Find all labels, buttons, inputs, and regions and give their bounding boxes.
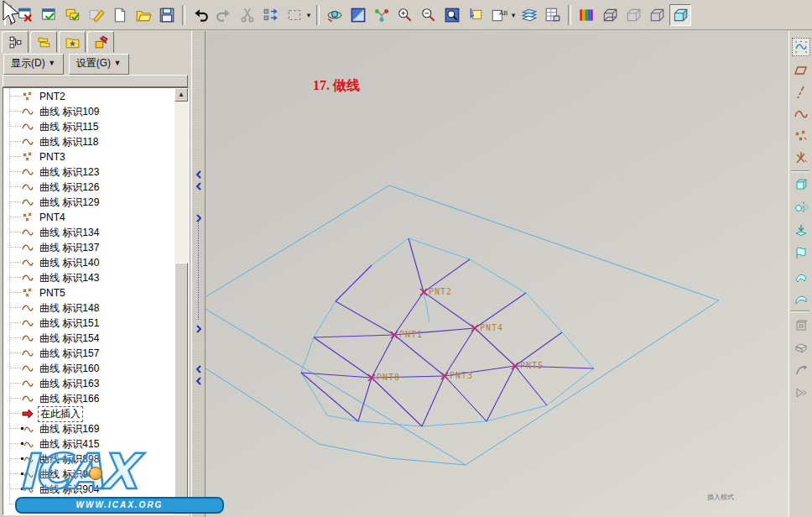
hidden-line-display-button[interactable] bbox=[622, 4, 644, 26]
tree-item[interactable]: PNT2 bbox=[3, 89, 169, 104]
zoom-out-button[interactable] bbox=[418, 4, 440, 26]
tree-item[interactable]: 曲线 标识134 bbox=[3, 225, 169, 240]
select-items-button[interactable] bbox=[284, 4, 305, 26]
spin-center-button[interactable] bbox=[324, 4, 346, 26]
tree-item[interactable]: 曲线 标识901 bbox=[3, 467, 169, 482]
tree-item[interactable]: 曲线 标识123 bbox=[3, 164, 169, 180]
shaded-display-button[interactable] bbox=[669, 4, 691, 26]
view-manager-button[interactable] bbox=[542, 4, 564, 26]
folders-check-icon bbox=[65, 7, 81, 24]
style-surface-tool-button[interactable] bbox=[792, 289, 810, 307]
collapse-left-icon[interactable] bbox=[195, 179, 203, 187]
tree-item[interactable]: LOCAL_GROUP_1 bbox=[3, 497, 169, 512]
collapse-left-icon[interactable] bbox=[195, 167, 203, 175]
datum-plane-button[interactable] bbox=[792, 61, 810, 80]
curve-through-points-button[interactable] bbox=[792, 38, 810, 56]
tab-model-tree[interactable] bbox=[2, 31, 29, 53]
tree-item[interactable]: 曲线 标识126 bbox=[3, 180, 169, 195]
tree-item[interactable]: 曲线 标识140 bbox=[3, 255, 169, 270]
layers-button[interactable] bbox=[518, 4, 540, 26]
tree-item[interactable]: 曲线 标识129 bbox=[3, 195, 169, 210]
sash-drag-track[interactable] bbox=[198, 219, 200, 320]
coordinate-system-button[interactable] bbox=[792, 149, 810, 167]
annotations-button[interactable]: AB bbox=[488, 4, 510, 26]
undo-button[interactable] bbox=[190, 4, 211, 26]
tree-item[interactable]: 曲线 标识163 bbox=[3, 376, 169, 391]
shade-view-button[interactable] bbox=[347, 4, 369, 26]
panel-splitter-sash[interactable] bbox=[191, 31, 206, 517]
save-file-button[interactable] bbox=[156, 4, 178, 26]
cut-button[interactable] bbox=[237, 4, 258, 26]
datum-point-button[interactable] bbox=[792, 127, 810, 145]
datum-point-marker-pnt5[interactable]: PNT5 bbox=[512, 361, 544, 370]
no-hidden-display-button[interactable] bbox=[646, 4, 668, 26]
open-file-button[interactable] bbox=[133, 4, 154, 26]
scroll-up-button[interactable]: ▲ bbox=[174, 88, 188, 102]
reorient-view-button[interactable] bbox=[465, 4, 487, 26]
tree-item[interactable]: PNT3 bbox=[3, 149, 169, 164]
tab-folder-browser[interactable] bbox=[30, 31, 57, 53]
erase-not-displayed-button[interactable] bbox=[86, 4, 107, 26]
boundary-surface-tool-button[interactable] bbox=[792, 266, 810, 285]
expand-right-icon[interactable] bbox=[195, 211, 203, 219]
scrollbar-thumb[interactable] bbox=[174, 263, 188, 498]
set-working-directory-button[interactable] bbox=[62, 4, 84, 26]
show-button[interactable]: 显示(D) ▼ bbox=[3, 54, 64, 75]
tree-item[interactable]: 曲线 标识898 bbox=[3, 452, 169, 467]
datum-point-icon bbox=[21, 211, 35, 224]
scrollbar-track[interactable] bbox=[174, 102, 188, 263]
tree-item[interactable]: 曲线 标识169 bbox=[3, 421, 169, 436]
tree-item[interactable]: 曲线 标识115 bbox=[3, 119, 169, 134]
refit-view-button[interactable] bbox=[441, 4, 463, 26]
collapse-left-icon[interactable] bbox=[195, 362, 203, 370]
tree-vertical-scrollbar[interactable]: ▲ ▼ bbox=[174, 88, 188, 514]
revolve-tool-button[interactable] bbox=[792, 198, 810, 217]
settings-button[interactable]: 设置(G) ▼ bbox=[69, 54, 129, 75]
paste-special-button[interactable] bbox=[260, 4, 282, 26]
redo-button[interactable] bbox=[213, 4, 235, 26]
datum-point-marker-pnt2[interactable]: PNT2 bbox=[420, 287, 452, 296]
warp-tool-button[interactable] bbox=[792, 361, 810, 379]
sweep-tool-button[interactable] bbox=[792, 221, 810, 239]
zoom-in-button[interactable] bbox=[394, 4, 416, 26]
expand-right-icon[interactable] bbox=[195, 321, 203, 330]
solidify-tool-button[interactable] bbox=[792, 338, 810, 357]
tree-item[interactable]: 曲线 标识137 bbox=[3, 240, 169, 255]
blend-tool-button[interactable] bbox=[792, 243, 810, 262]
tree-item[interactable]: 曲线 标识904 bbox=[3, 482, 169, 497]
tree-item[interactable]: 曲线 标识151 bbox=[3, 316, 169, 331]
graphics-viewport[interactable]: PNT0PNT1PNT2PNT3PNT4PNT5 17. 做线 插入模式 bbox=[206, 31, 789, 517]
tree-item-label: 曲线 标识115 bbox=[38, 120, 100, 134]
chevron-down-icon[interactable]: ▾ bbox=[509, 11, 518, 19]
scroll-down-button[interactable]: ▼ bbox=[174, 498, 188, 511]
tree-item[interactable]: 曲线 标识143 bbox=[3, 270, 169, 285]
open-window-button[interactable] bbox=[39, 4, 60, 26]
datum-axis-button[interactable] bbox=[792, 83, 810, 102]
tree-item[interactable]: 曲线 标识166 bbox=[3, 391, 169, 406]
tree-item[interactable]: PNT4 bbox=[3, 210, 169, 225]
datum-point-marker-pnt4[interactable]: PNT4 bbox=[471, 323, 503, 332]
tab-favorites[interactable] bbox=[59, 31, 86, 53]
tree-item[interactable]: 曲线 标识157 bbox=[3, 346, 169, 361]
sketch-curve-button[interactable] bbox=[792, 105, 810, 123]
tree-item[interactable]: 曲线 标识109 bbox=[3, 104, 169, 119]
tab-connections[interactable] bbox=[87, 31, 114, 53]
tree-item[interactable]: 曲线 标识415 bbox=[3, 436, 169, 452]
tree-item[interactable]: 在此插入 bbox=[3, 406, 169, 421]
datum-display-button[interactable] bbox=[371, 4, 393, 26]
wireframe-display-button[interactable] bbox=[599, 4, 621, 26]
tree-item-label: 曲线 标识157 bbox=[38, 347, 101, 361]
offset-tool-button[interactable] bbox=[792, 316, 810, 335]
tree-item[interactable]: 曲线 标识154 bbox=[3, 331, 169, 346]
bend-tool-button[interactable] bbox=[792, 384, 810, 402]
tree-item[interactable]: 曲线 标识118 bbox=[3, 134, 169, 149]
tree-item[interactable]: 曲线 标识148 bbox=[3, 300, 169, 316]
new-file-button[interactable] bbox=[109, 4, 131, 26]
collapse-left-icon[interactable] bbox=[195, 373, 203, 382]
tree-item[interactable]: PNT5 bbox=[3, 285, 169, 300]
chevron-down-icon[interactable]: ▾ bbox=[304, 11, 313, 19]
tree-item[interactable]: 曲线 标识160 bbox=[3, 361, 169, 376]
appearance-colors-button[interactable] bbox=[575, 4, 597, 26]
extrude-tool-button[interactable] bbox=[792, 175, 810, 194]
model-tree-panel[interactable]: PNT2曲线 标识109曲线 标识115曲线 标识118PNT3曲线 标识123… bbox=[3, 87, 189, 515]
